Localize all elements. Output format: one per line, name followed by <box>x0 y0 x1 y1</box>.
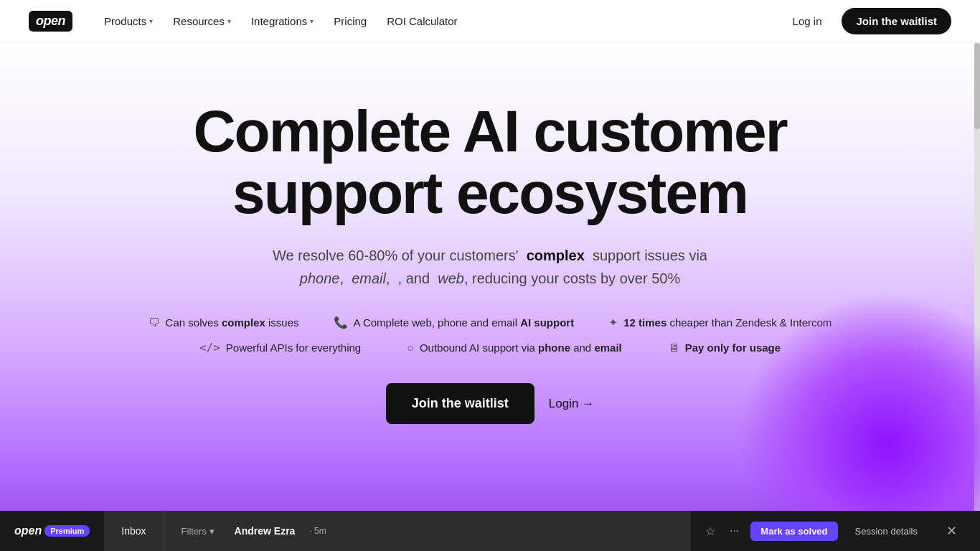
chevron-down-icon: ▾ <box>209 526 215 537</box>
navbar: open Products ▾ Resources ▾ Integrations… <box>0 0 980 43</box>
features-row-2: </> Powerful APIs for everything ○ Outbo… <box>199 341 781 354</box>
join-waitlist-hero-button[interactable]: Join the waitlist <box>386 383 534 424</box>
chevron-down-icon: ▾ <box>310 17 314 25</box>
nav-item-roi-calculator[interactable]: ROI Calculator <box>378 9 466 33</box>
logo: open <box>29 11 72 32</box>
hero-section: Complete AI customer support ecosystem W… <box>0 43 980 551</box>
login-link[interactable]: Login → <box>549 397 594 411</box>
scrollbar-thumb[interactable] <box>974 43 980 129</box>
feature-pay-usage: 🖥 Pay only for usage <box>668 342 781 354</box>
contact-name: Andrew Ezra <box>235 525 296 537</box>
login-button[interactable]: Log in <box>784 9 831 33</box>
circle-icon: ○ <box>407 342 414 354</box>
chevron-down-icon: ▾ <box>149 17 153 25</box>
nav-links: Products ▾ Resources ▾ Integrations ▾ Pr… <box>95 9 466 33</box>
panel-logo: open <box>14 524 42 537</box>
inbox-label: Inbox <box>121 525 146 537</box>
filters-button[interactable]: Filters ▾ <box>182 526 215 537</box>
panel-actions: ☆ ··· Mark as solved Session details ✕ <box>691 511 980 551</box>
close-panel-button[interactable]: ✕ <box>935 523 969 539</box>
nav-left: open Products ▾ Resources ▾ Integrations… <box>29 9 466 33</box>
feature-apis: </> Powerful APIs for everything <box>199 341 361 354</box>
premium-badge: Premium <box>44 525 90 537</box>
chat-icon: 🗨 <box>149 316 160 329</box>
features-row-1: 🗨 Can solves complex issues 📞 A Complete… <box>149 316 832 329</box>
hero-subtitle: We resolve 60-80% of your customers' com… <box>273 244 707 290</box>
gear-icon: ✦ <box>608 316 618 329</box>
scrollbar[interactable] <box>974 43 980 551</box>
code-icon: </> <box>199 341 220 354</box>
mark-solved-button[interactable]: Mark as solved <box>750 522 837 541</box>
contact-time: · 5m <box>309 526 326 536</box>
feature-cheaper: ✦ 12 times cheaper than Zendesk & Interc… <box>608 316 831 329</box>
nav-item-integrations[interactable]: Integrations ▾ <box>242 9 322 33</box>
feature-complex-issues: 🗨 Can solves complex issues <box>149 316 299 329</box>
feature-ai-support: 📞 A Complete web, phone and email AI sup… <box>334 316 575 329</box>
star-button[interactable]: ☆ <box>702 522 718 541</box>
cta-row: Join the waitlist Login → <box>386 383 594 424</box>
panel-contact-area: Filters ▾ Andrew Ezra · 5m <box>164 511 691 551</box>
chevron-down-icon: ▾ <box>227 17 231 25</box>
nav-item-resources[interactable]: Resources ▾ <box>164 9 240 33</box>
hero-title: Complete AI customer support ecosystem <box>193 100 786 224</box>
inbox-tab[interactable]: Inbox <box>104 511 164 551</box>
nav-item-pricing[interactable]: Pricing <box>325 9 375 33</box>
join-waitlist-nav-button[interactable]: Join the waitlist <box>842 8 951 34</box>
session-details-button[interactable]: Session details <box>847 526 926 537</box>
more-options-button[interactable]: ··· <box>727 522 742 540</box>
nav-right: Log in Join the waitlist <box>784 8 951 34</box>
billing-icon: 🖥 <box>668 342 679 354</box>
bottom-panel: open Premium Inbox Filters ▾ Andrew Ezra… <box>0 511 980 551</box>
nav-item-products[interactable]: Products ▾ <box>95 9 161 33</box>
phone-icon: 📞 <box>334 316 348 329</box>
feature-outbound: ○ Outbound AI support via phone and emai… <box>407 342 622 354</box>
